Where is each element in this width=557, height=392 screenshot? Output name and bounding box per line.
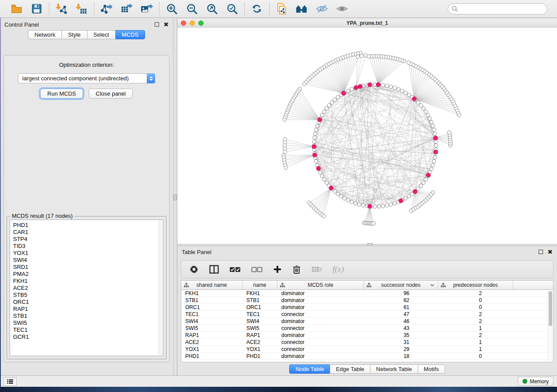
float-panel-icon[interactable] (539, 250, 543, 254)
optimization-criterion-label: Optimization criterion: (4, 62, 169, 68)
mcds-result-node[interactable]: SRD1 (13, 264, 163, 271)
splitter-grip[interactable] (173, 194, 177, 200)
tab-network[interactable]: Network (28, 30, 62, 39)
cell-predecessors: 0 (438, 304, 513, 310)
cell-name: RAP1 (242, 332, 277, 338)
import-network-icon[interactable] (55, 3, 68, 15)
network-canvas[interactable] (177, 28, 557, 244)
table-row[interactable]: SWI5SWI5connector431 (181, 325, 553, 332)
delete-column-icon[interactable] (292, 264, 301, 275)
column-header-shared-name[interactable]: shared name (181, 281, 242, 289)
mcds-result-node[interactable]: ORC1 (13, 299, 163, 306)
tab-edge-table[interactable]: Edge Table (330, 364, 370, 374)
mcds-result-node[interactable]: SWI4 (13, 257, 163, 264)
export-image-icon[interactable] (140, 3, 153, 15)
main-toolbar (0, 0, 557, 18)
close-panel-button[interactable]: Close panel (89, 89, 133, 99)
column-header-name[interactable]: name (242, 281, 277, 289)
mcds-result-node[interactable]: STB1 (13, 313, 163, 320)
task-history-button[interactable] (3, 377, 17, 386)
hide-selected-icon[interactable] (315, 3, 329, 15)
column-header-successor-nodes[interactable]: successor nodes (364, 281, 438, 289)
add-column-icon[interactable] (273, 264, 282, 275)
cell-role: connector (277, 311, 364, 317)
tab-motifs[interactable]: Motifs (418, 364, 445, 374)
table-row[interactable]: TEC1TEC1connector472 (181, 311, 553, 318)
deselect-all-checkboxes-icon[interactable] (251, 264, 263, 275)
save-session-icon[interactable] (30, 3, 43, 15)
tab-node-table[interactable]: Node Table (289, 364, 330, 374)
network-window-titlebar[interactable]: YPA_prune.txt_1 (177, 19, 557, 28)
cell-name: TEC1 (242, 311, 277, 317)
table-row[interactable]: FKH1FKH1dominator962 (181, 290, 553, 297)
table-row[interactable]: STB1STB1dominator620 (181, 297, 553, 304)
float-panel-icon[interactable] (155, 22, 159, 27)
column-header-MCDS-role[interactable]: MCDS role (277, 281, 364, 289)
mcds-result-node[interactable]: CAR1 (13, 229, 163, 236)
result-list-scrollbar[interactable] (159, 220, 163, 355)
table-row[interactable]: SWI4SWI4dominator462 (181, 318, 553, 325)
select-all-checkboxes-icon[interactable] (229, 264, 241, 275)
desktop-wallpaper-sliver (0, 18, 1, 387)
close-panel-icon[interactable]: ✖ (163, 22, 169, 27)
table-row[interactable]: ORC1ORC1dominator610 (181, 304, 553, 311)
zoom-out-icon[interactable] (185, 3, 198, 15)
show-all-icon[interactable] (336, 3, 349, 15)
column-header-predecessor-nodes[interactable]: predecessor nodes (438, 281, 513, 289)
cell-role: connector (277, 339, 364, 345)
import-table-icon[interactable] (75, 3, 88, 15)
tab-style[interactable]: Style (62, 30, 87, 39)
tab-network-table[interactable]: Network Table (370, 364, 418, 374)
cell-shared_name: TEC1 (181, 311, 242, 317)
table-options-gear-icon[interactable] (189, 264, 199, 275)
cell-role: dominator (277, 318, 364, 324)
global-search[interactable] (448, 3, 547, 14)
scrollbar-thumb[interactable] (549, 291, 552, 326)
memory-button[interactable]: Memory (518, 377, 554, 386)
export-network-icon[interactable] (100, 3, 113, 15)
mcds-result-node[interactable]: TEC1 (13, 327, 163, 334)
hierarchy-icon (280, 283, 285, 288)
mcds-result-node[interactable]: SWI5 (13, 320, 163, 327)
apply-preferred-layout-icon[interactable] (250, 3, 263, 15)
zoom-fit-icon[interactable] (205, 3, 218, 15)
search-input[interactable] (460, 6, 543, 12)
mcds-result-node[interactable]: STB5 (13, 292, 163, 299)
tab-mcds[interactable]: MCDS (115, 30, 145, 39)
zoom-in-icon[interactable] (165, 3, 178, 15)
mcds-result-node[interactable]: YOX1 (13, 250, 163, 257)
mcds-result-node[interactable]: STP4 (13, 236, 163, 243)
mcds-result-node[interactable]: GCR1 (13, 334, 163, 340)
table-row[interactable]: YOX1YOX1connector291 (181, 346, 553, 353)
memory-label: Memory (530, 378, 549, 385)
close-panel-icon[interactable]: ✖ (547, 250, 553, 254)
export-table-icon[interactable] (120, 3, 133, 15)
tab-select[interactable]: Select (87, 30, 115, 39)
table-panel-tabs: Node TableEdge TableNetwork TableMotifs (177, 362, 557, 375)
mcds-result-group: MCDS result (17 nodes) PHD1CAR1STP4TID3Y… (7, 216, 166, 359)
vertical-splitter[interactable] (173, 18, 177, 375)
table-row[interactable]: RAP1RAP1dominator352 (181, 332, 553, 339)
column-label: successor nodes (381, 282, 420, 288)
mcds-result-node[interactable]: PHD1 (13, 222, 163, 229)
show-column-panel-icon[interactable] (209, 264, 219, 275)
function-builder-icon: f(x) (332, 265, 344, 274)
table-row[interactable]: ACE2ACE2connector311 (181, 339, 553, 346)
cell-name: ORC1 (242, 304, 277, 310)
criterion-dropdown[interactable]: largest connected component (undirected) (18, 73, 155, 83)
network-graph[interactable] (177, 28, 557, 244)
new-network-from-selection-icon[interactable] (275, 3, 288, 15)
mcds-result-node[interactable]: ACE2 (13, 285, 163, 292)
mcds-result-node[interactable]: PMA2 (13, 271, 163, 278)
table-row[interactable]: PHD1PHD1dominator180 (181, 353, 553, 360)
mcds-result-node[interactable]: TID3 (13, 243, 163, 250)
table-scrollbar[interactable] (548, 290, 553, 361)
table-body: FKH1FKH1dominator962STB1STB1dominator620… (181, 290, 553, 360)
open-session-icon[interactable] (10, 3, 23, 15)
first-neighbors-icon[interactable] (295, 3, 308, 15)
mcds-result-node[interactable]: FKH1 (13, 278, 163, 285)
run-mcds-button[interactable]: Run MCDS (40, 89, 83, 99)
cell-name: ACE2 (242, 339, 277, 345)
zoom-selected-icon[interactable] (225, 3, 239, 15)
mcds-result-node[interactable]: RAP1 (13, 306, 163, 313)
